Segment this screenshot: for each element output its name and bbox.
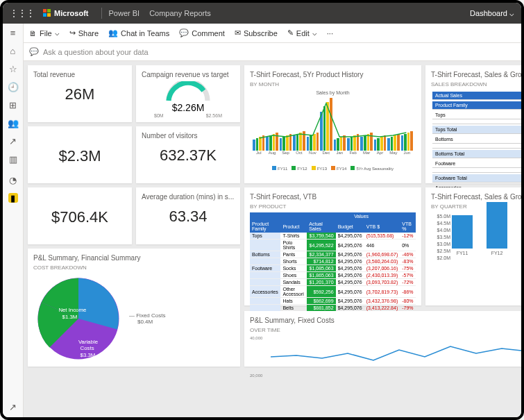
tile-title: T-Shirt Forecast, 5Yr Product History xyxy=(250,71,416,78)
apps-icon[interactable]: ⊞ xyxy=(8,100,18,110)
svg-text:Costs: Costs xyxy=(81,346,94,352)
kpi-value: 26M xyxy=(33,85,126,103)
my-workspace-icon[interactable]: ▮ xyxy=(8,193,18,203)
file-icon: 🗎 xyxy=(29,29,37,37)
chevron-down-icon: ⌵ xyxy=(55,28,60,37)
share-button[interactable]: ↪Share xyxy=(69,28,99,37)
line-chart: 40,00020,000 xyxy=(250,336,521,385)
svg-rect-2 xyxy=(43,13,47,17)
app-topbar: ⋮⋮⋮ Microsoft Power BI Company Reports D… xyxy=(3,3,521,24)
chart-title: Sales by Month xyxy=(250,90,416,95)
home-icon[interactable]: ⌂ xyxy=(8,46,18,56)
expand-icon[interactable]: ↗ xyxy=(8,402,18,412)
svg-text:Variable: Variable xyxy=(78,339,98,345)
tile-title: Number of visitors xyxy=(142,132,235,140)
command-bar: 🗎File ⌵ ↪Share 👥Chat in Teams 💬Comment ✉… xyxy=(24,24,521,43)
tile-subtitle: SALES BREAKDOWN xyxy=(431,81,521,87)
tile-visitors[interactable]: Number of visitors 632.37K xyxy=(136,126,240,183)
kpi-value: $706.4K xyxy=(33,208,126,226)
teams-icon: 👥 xyxy=(108,28,118,37)
tile-5yr-history[interactable]: T-Shirt Forecast, 5Yr Product History BY… xyxy=(244,65,421,183)
dashboard-canvas: Total revenue 26M Campaign revenue vs ta… xyxy=(24,61,521,417)
chevron-down-icon: ⌵ xyxy=(509,9,514,17)
chart-legend: FY11FY12FY13FY145Yr Avg Seasonality xyxy=(250,166,416,171)
qa-icon: 💬 xyxy=(29,47,39,56)
tile-sales-breakdown[interactable]: T-Shirt Forecast, Sales & Gro... SALES B… xyxy=(425,65,521,183)
svg-text:$3.3M: $3.3M xyxy=(81,352,96,358)
tile-subtitle: OVER TIME xyxy=(250,327,521,333)
menu-icon[interactable]: ≡ xyxy=(8,28,18,37)
tile-pnl-fixed[interactable]: P&L Summary, Fixed Costs OVER TIME 40,00… xyxy=(244,311,521,367)
file-menu[interactable]: 🗎File ⌵ xyxy=(29,28,60,37)
tile-quarter[interactable]: T-Shirt Forecast, Sales & Gro... BY QUAR… xyxy=(425,187,521,305)
workspace-name[interactable]: Company Reports xyxy=(149,9,211,17)
tile-subtitle: BY MONTH xyxy=(250,81,416,87)
tile-kpi-706k[interactable]: $706.4K xyxy=(28,187,132,244)
apps-grid-icon[interactable]: ⋮⋮⋮ xyxy=(10,8,35,18)
kpi-value: 632.37K xyxy=(142,146,235,165)
svg-text:$1.3M: $1.3M xyxy=(62,314,78,320)
data-icon[interactable]: ◔ xyxy=(8,175,18,185)
workspaces-icon[interactable]: ▥ xyxy=(8,154,18,164)
qa-placeholder: Ask a question about your data xyxy=(43,48,149,56)
chat-teams-button[interactable]: 👥Chat in Teams xyxy=(108,28,169,37)
edit-menu[interactable]: ✎Edit ⌵ xyxy=(287,28,317,37)
tile-pnl-pie[interactable]: P&L Summary, Financial Summary COST BREA… xyxy=(28,249,240,367)
share-icon: ↪ xyxy=(69,28,76,37)
tile-title: Average duration (mins) in s... xyxy=(142,193,235,201)
gauge-max: $2.56M xyxy=(206,113,222,118)
tile-duration[interactable]: Average duration (mins) in s... 63.34 xyxy=(136,187,240,244)
svg-rect-1 xyxy=(47,9,51,12)
qa-bar[interactable]: 💬 Ask a question about your data xyxy=(24,43,521,61)
tile-title: T-Shirt Forecast, Sales & Gro... xyxy=(431,71,521,78)
tile-title: P&L Summary, Financial Summary xyxy=(33,254,235,262)
tile-vtb[interactable]: T-Shirt Forecast, VTB BY PRODUCT ValuesP… xyxy=(244,187,421,305)
pie-callout: — Fixed Costs $0.4M xyxy=(129,312,165,325)
gauge-chart xyxy=(142,81,235,103)
tile-title: Total revenue xyxy=(33,71,126,78)
svg-text:Net Income: Net Income xyxy=(58,307,86,313)
comment-icon: 💬 xyxy=(179,28,189,37)
pie-chart: Net Income $1.3M Variable Costs $3.3M xyxy=(33,274,124,364)
tile-subtitle: BY PRODUCT xyxy=(250,203,416,210)
vtb-table: ValuesProduct FamilyProductActual SalesB… xyxy=(250,212,416,312)
kpi-value: 63.34 xyxy=(142,208,235,226)
edit-icon: ✎ xyxy=(287,28,294,37)
tile-title: T-Shirt Forecast, VTB xyxy=(250,193,416,201)
tile-title: Campaign revenue vs target xyxy=(142,71,235,78)
mail-icon: ✉ xyxy=(235,28,241,37)
dashboard-dropdown[interactable]: Dashboard ⌵ xyxy=(470,9,514,18)
microsoft-label: Microsoft xyxy=(54,9,89,17)
chevron-down-icon: ⌵ xyxy=(312,28,317,37)
divider xyxy=(101,8,102,19)
shared-icon[interactable]: 👥 xyxy=(8,118,18,128)
kpi-value: $2.3M xyxy=(33,147,126,165)
bar-chart: $5.0M$4.5M$4.0M$3.5M$3.0M$2.5M$2.0MFY11F… xyxy=(431,214,521,255)
tile-total-revenue[interactable]: Total revenue 26M xyxy=(28,65,132,122)
tile-title: P&L Summary, Fixed Costs xyxy=(250,317,521,324)
tile-campaign-revenue[interactable]: Campaign revenue vs target $2.26M $0M$2.… xyxy=(136,65,240,122)
favorites-icon[interactable]: ☆ xyxy=(8,64,18,74)
recent-icon[interactable]: 🕘 xyxy=(8,82,18,92)
microsoft-logo: Microsoft xyxy=(43,9,89,17)
subscribe-button[interactable]: ✉Subscribe xyxy=(235,28,278,37)
svg-rect-3 xyxy=(47,13,51,17)
tile-subtitle: COST BREAKDOWN xyxy=(33,264,235,271)
svg-rect-0 xyxy=(43,9,47,12)
comment-button[interactable]: 💬Comment xyxy=(179,28,225,37)
combo-chart: JulAugSepOctNovDecJanFebMarAprMayJun xyxy=(250,95,416,165)
learn-icon[interactable]: ↗ xyxy=(8,136,18,146)
left-nav: ≡ ⌂ ☆ 🕘 ⊞ 👥 ↗ ▥ ◔ ▮ ↗ xyxy=(3,24,24,417)
more-menu[interactable]: ··· xyxy=(327,29,333,37)
gauge-min: $0M xyxy=(154,113,164,118)
gauge-value: $2.26M xyxy=(142,102,235,113)
powerbi-label: Power BI xyxy=(109,9,140,17)
tile-kpi-2-3m[interactable]: $2.3M xyxy=(28,126,132,183)
